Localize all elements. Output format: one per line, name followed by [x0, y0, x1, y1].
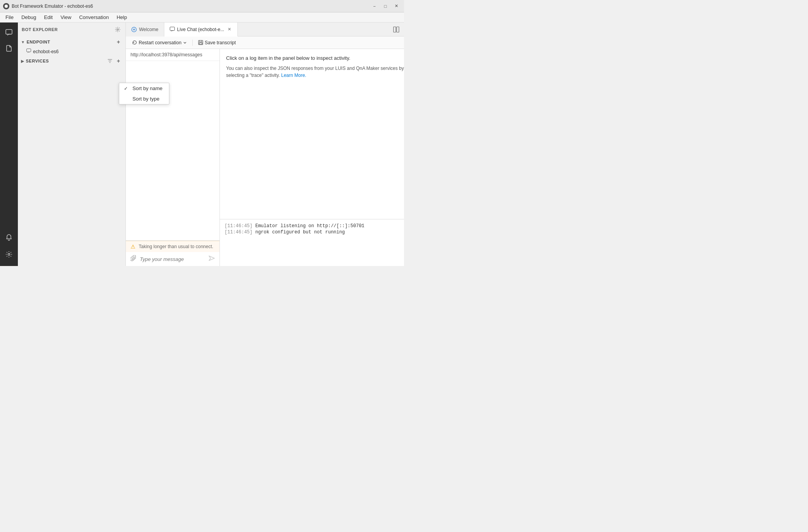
- svg-rect-7: [170, 27, 174, 31]
- chat-input-row: [126, 252, 219, 266]
- svg-rect-9: [397, 27, 399, 32]
- log-time-2: [11:46:45]: [225, 229, 252, 235]
- title-bar: Bot Framework Emulator - echobot-es6 − □…: [0, 0, 404, 12]
- endpoint-label: ENDPOINT: [26, 40, 50, 44]
- inspector-log: [11:46:45] Emulator listening on http://…: [220, 219, 404, 266]
- endpoint-chevron-icon: ▼: [21, 40, 25, 44]
- services-label: SERVICES: [26, 59, 49, 63]
- inspector-panel: Click on a log item in the panel below t…: [220, 49, 404, 266]
- sort-dropdown-menu: ✓ Sort by name ✓ Sort by type: [119, 83, 169, 104]
- sort-by-name-check-icon: ✓: [124, 86, 129, 91]
- warning-bar: ⚠ Taking longer than usual to connect.: [126, 241, 219, 252]
- explorer-header: BOT EXPLORER: [18, 23, 125, 37]
- services-controls: +: [106, 57, 122, 65]
- split-editor-btn[interactable]: [392, 25, 401, 34]
- attach-btn[interactable]: [131, 255, 137, 263]
- log-line-1: [11:46:45] Emulator listening on http://…: [225, 223, 404, 229]
- log-msg-1: Emulator listening on http://[::]:50701: [255, 223, 364, 229]
- tab-welcome-label: Welcome: [139, 27, 158, 32]
- tab-livechat-close[interactable]: ✕: [226, 27, 232, 32]
- tabs-bar: Welcome Live Chat (echobot-e... ✕: [126, 23, 404, 37]
- sort-by-type-item[interactable]: ✓ Sort by type: [119, 94, 169, 104]
- explorer-panel: BOT EXPLORER ▼ ENDPOINT +: [18, 23, 126, 266]
- restart-label: Restart conversation: [139, 40, 181, 45]
- menu-bar: File Debug Edit View Conversation Help: [0, 12, 404, 23]
- menu-help[interactable]: Help: [113, 13, 131, 22]
- close-button[interactable]: ✕: [392, 2, 401, 11]
- menu-conversation[interactable]: Conversation: [75, 13, 113, 22]
- window-title: Bot Framework Emulator - echobot-es6: [12, 3, 370, 9]
- endpoint-url: http://localhost:3978/api/messages: [126, 49, 219, 61]
- sidebar-btn-file[interactable]: [2, 41, 16, 55]
- maximize-button[interactable]: □: [381, 2, 390, 11]
- send-btn[interactable]: [209, 255, 215, 263]
- svg-rect-2: [6, 30, 12, 34]
- chat-panel: http://localhost:3978/api/messages ⚠ Tak…: [126, 49, 220, 266]
- sort-by-type-label: Sort by type: [132, 96, 159, 102]
- section-services[interactable]: ▶ SERVICES +: [18, 56, 125, 66]
- window-controls: − □ ✕: [370, 2, 401, 11]
- inspector-desc: You can also inspect the JSON responses …: [226, 65, 404, 79]
- svg-point-3: [8, 254, 10, 256]
- main-content: Welcome Live Chat (echobot-e... ✕: [126, 23, 404, 266]
- svg-rect-8: [394, 27, 396, 32]
- chat-area: http://localhost:3978/api/messages ⚠ Tak…: [126, 49, 404, 266]
- log-time-1: [11:46:45]: [225, 223, 252, 229]
- save-transcript-label: Save transcript: [205, 40, 236, 45]
- minimize-button[interactable]: −: [370, 2, 379, 11]
- icon-sidebar: [0, 23, 18, 266]
- section-endpoint[interactable]: ▼ ENDPOINT +: [18, 37, 125, 47]
- sort-by-name-item[interactable]: ✓ Sort by name: [119, 83, 169, 94]
- explorer-title: BOT EXPLORER: [22, 27, 58, 32]
- tabs-right: [392, 25, 404, 34]
- services-sort-btn[interactable]: [106, 57, 114, 65]
- chat-icon: [26, 49, 31, 54]
- tab-livechat[interactable]: Live Chat (echobot-e... ✕: [164, 23, 238, 37]
- inspector-desc-text: You can also inspect the JSON responses …: [226, 66, 404, 78]
- menu-edit[interactable]: Edit: [40, 13, 56, 22]
- sidebar-btn-bell[interactable]: [2, 230, 16, 244]
- svg-point-4: [117, 29, 118, 30]
- warning-icon: ⚠: [131, 243, 136, 250]
- svg-rect-5: [27, 49, 31, 52]
- chat-input-field[interactable]: [140, 256, 205, 262]
- warning-text: Taking longer than usual to connect.: [139, 244, 213, 249]
- app-body: BOT EXPLORER ▼ ENDPOINT +: [0, 23, 404, 266]
- menu-debug[interactable]: Debug: [17, 13, 40, 22]
- save-transcript-btn[interactable]: Save transcript: [196, 39, 238, 46]
- tab-livechat-label: Live Chat (echobot-e...: [177, 27, 224, 32]
- learn-more-link[interactable]: Learn More.: [281, 73, 306, 78]
- sort-by-name-label: Sort by name: [132, 85, 162, 91]
- services-add-btn[interactable]: +: [115, 57, 122, 65]
- chat-input-area: ⚠ Taking longer than usual to connect.: [126, 240, 219, 266]
- svg-rect-11: [199, 43, 202, 44]
- log-msg-2: ngrok configured but not running: [255, 229, 345, 235]
- menu-view[interactable]: View: [57, 13, 75, 22]
- sidebar-btn-settings[interactable]: [2, 247, 16, 261]
- endpoint-controls: +: [115, 38, 122, 46]
- tab-welcome[interactable]: Welcome: [126, 23, 164, 37]
- endpoint-item-echobot[interactable]: echobot-es6: [18, 47, 125, 56]
- endpoint-add-btn[interactable]: +: [115, 38, 122, 46]
- inspector-title: Click on a log item in the panel below t…: [226, 55, 404, 61]
- toolbar-separator: [192, 40, 193, 46]
- explorer-header-controls: [114, 26, 122, 33]
- sidebar-bottom: [2, 230, 16, 263]
- inspector-top: Click on a log item in the panel below t…: [220, 49, 404, 219]
- endpoint-name: echobot-es6: [33, 49, 59, 54]
- sidebar-btn-chat[interactable]: [2, 26, 16, 40]
- log-line-2: [11:46:45] ngrok configured but not runn…: [225, 229, 404, 235]
- svg-point-1: [5, 5, 8, 8]
- restart-btn[interactable]: Restart conversation: [130, 39, 189, 46]
- app-icon: [3, 3, 9, 9]
- toolbar: Restart conversation Save transcript: [126, 37, 404, 49]
- services-chevron-icon: ▶: [21, 59, 24, 63]
- explorer-settings-btn[interactable]: [114, 26, 122, 33]
- menu-file[interactable]: File: [2, 13, 17, 22]
